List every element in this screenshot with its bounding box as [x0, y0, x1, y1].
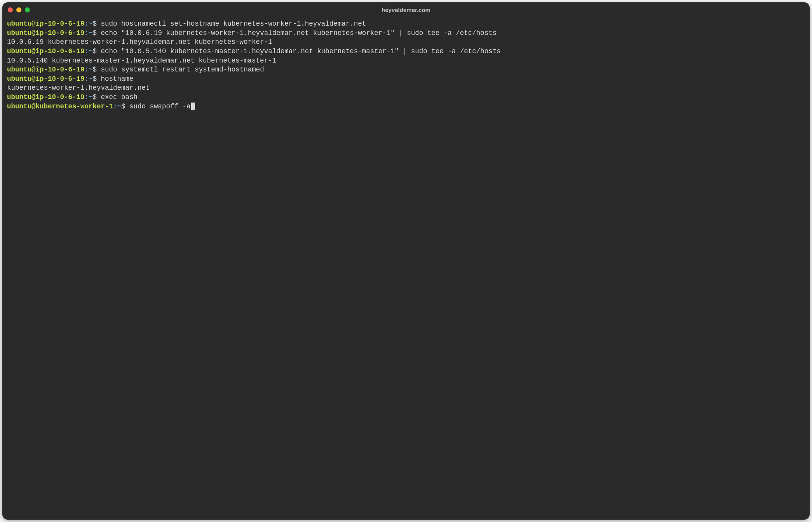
prompt-dollar: $ [93, 29, 97, 37]
terminal-output-line: 10.0.6.19 kubernetes-worker-1.heyvaldema… [7, 38, 805, 47]
prompt-user: ubuntu@ip-10-0-6-19 [7, 47, 85, 55]
window-controls [8, 7, 30, 12]
terminal-output-line: kubernetes-worker-1.heyvaldemar.net [7, 84, 805, 93]
prompt-path: :~ [85, 93, 93, 101]
terminal-prompt-line: ubuntu@ip-10-0-6-19:~$ exec bash [7, 93, 805, 102]
command-text: echo "10.0.5.140 kubernetes-master-1.hey… [101, 47, 501, 55]
zoom-icon[interactable] [25, 7, 30, 12]
prompt-dollar: $ [93, 93, 97, 101]
command-text: sudo systemctl restart systemd-hostnamed [101, 66, 264, 73]
command-text: sudo swapoff -a [129, 103, 191, 110]
terminal-prompt-line: ubuntu@ip-10-0-6-19:~$ echo "10.0.6.19 k… [7, 29, 805, 38]
output-text: kubernetes-worker-1.heyvaldemar.net [7, 84, 150, 92]
command-text: hostname [101, 75, 134, 83]
terminal-window: heyvaldemar.com ubuntu@ip-10-0-6-19:~$ s… [2, 2, 810, 520]
prompt-path: :~ [85, 20, 93, 28]
prompt-dollar: $ [121, 103, 125, 110]
prompt-path: :~ [113, 103, 121, 110]
minimize-icon[interactable] [16, 7, 21, 12]
command-text: exec bash [101, 93, 138, 101]
terminal-prompt-line: ubuntu@ip-10-0-6-19:~$ sudo systemctl re… [7, 65, 805, 75]
cursor-icon [191, 103, 195, 110]
prompt-dollar: $ [93, 20, 97, 28]
prompt-path: :~ [85, 75, 93, 83]
window-title: heyvaldemar.com [2, 7, 810, 13]
prompt-user: ubuntu@kubernetes-worker-1 [7, 103, 113, 110]
terminal-prompt-line: ubuntu@kubernetes-worker-1:~$ sudo swapo… [7, 102, 805, 111]
terminal-body[interactable]: ubuntu@ip-10-0-6-19:~$ sudo hostnamectl … [2, 17, 810, 520]
prompt-user: ubuntu@ip-10-0-6-19 [7, 93, 85, 101]
prompt-dollar: $ [93, 75, 97, 83]
command-text: sudo hostnamectl set-hostname kubernetes… [101, 20, 366, 28]
prompt-user: ubuntu@ip-10-0-6-19 [7, 66, 85, 73]
prompt-user: ubuntu@ip-10-0-6-19 [7, 75, 85, 83]
prompt-path: :~ [85, 29, 93, 37]
prompt-dollar: $ [93, 47, 97, 55]
prompt-user: ubuntu@ip-10-0-6-19 [7, 20, 85, 28]
terminal-prompt-line: ubuntu@ip-10-0-6-19:~$ sudo hostnamectl … [7, 19, 805, 29]
prompt-path: :~ [85, 47, 93, 55]
terminal-prompt-line: ubuntu@ip-10-0-6-19:~$ echo "10.0.5.140 … [7, 47, 805, 56]
close-icon[interactable] [8, 7, 13, 12]
prompt-path: :~ [85, 66, 93, 73]
prompt-user: ubuntu@ip-10-0-6-19 [7, 29, 85, 37]
titlebar: heyvaldemar.com [2, 2, 810, 17]
terminal-prompt-line: ubuntu@ip-10-0-6-19:~$ hostname [7, 75, 805, 84]
output-text: 10.0.6.19 kubernetes-worker-1.heyvaldema… [7, 38, 272, 46]
command-text: echo "10.0.6.19 kubernetes-worker-1.heyv… [101, 29, 497, 37]
prompt-dollar: $ [93, 66, 97, 73]
terminal-output-line: 10.0.5.140 kubernetes-master-1.heyvaldem… [7, 56, 805, 66]
output-text: 10.0.5.140 kubernetes-master-1.heyvaldem… [7, 57, 276, 64]
